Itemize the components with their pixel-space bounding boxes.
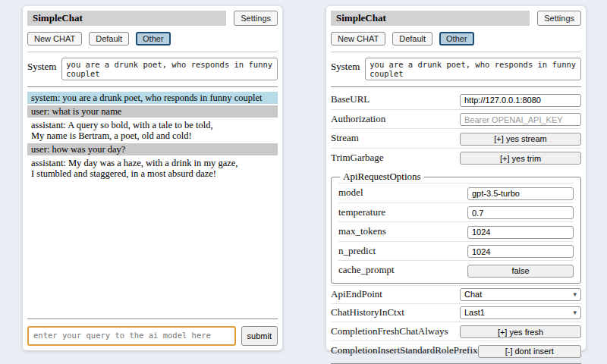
input-divider	[27, 318, 278, 319]
chat-divider	[27, 86, 278, 87]
chat-message-user: user: what is your name	[27, 105, 278, 118]
baseurl-input[interactable]	[460, 94, 581, 107]
n-predict-input[interactable]	[467, 245, 574, 258]
completion-fresh-label: CompletionFreshChatAlways	[331, 325, 448, 337]
query-input[interactable]	[27, 326, 236, 346]
system-prompt-row: System you are a drunk poet, who respond…	[331, 58, 581, 80]
chat-message-list[interactable]: system: you are a drunk poet, who respon…	[27, 92, 278, 315]
chat-message-system: system: you are a drunk poet, who respon…	[27, 92, 278, 104]
apiendpoint-selected-value: Chat	[464, 290, 482, 299]
system-prompt-input[interactable]: you are a drunk poet, who responds in fu…	[365, 58, 581, 80]
authorization-label: Authorization	[331, 113, 385, 125]
new-chat-button[interactable]: New CHAT	[27, 32, 82, 46]
apiendpoint-label: ApiEndPoint	[331, 288, 382, 300]
setting-row-cache-prompt: cache_prompt false	[338, 260, 574, 280]
app-title: SimpleChat	[27, 11, 226, 26]
stream-toggle-button[interactable]: [+] yes stream	[460, 133, 581, 146]
session-toolbar: New CHAT Default Other	[27, 32, 278, 46]
cache-prompt-label: cache_prompt	[338, 264, 395, 276]
setting-row-chathistory: ChatHistoryInCtxt Last1 ▾	[331, 303, 581, 322]
system-label: System	[331, 58, 360, 73]
chathistory-select[interactable]: Last1 ▾	[460, 306, 581, 319]
api-request-options-legend: ApiRequestOptions	[340, 171, 424, 183]
setting-row-baseurl: BaseURL	[331, 90, 581, 109]
trimgarbage-toggle-button[interactable]: [+] yes trim	[460, 152, 581, 165]
chevron-down-icon: ▾	[573, 309, 577, 316]
completion-insert-label: CompletionInsertStandardRolePrefix	[331, 344, 478, 356]
chat-message-assistant: assistant: My day was a haze, with a dri…	[27, 157, 278, 180]
setting-row-n-predict: n_predict	[338, 241, 574, 261]
setting-row-max-tokens: max_tokens	[338, 221, 574, 241]
app-header: SimpleChat Settings	[27, 11, 278, 26]
chat-message-assistant: assistant: A query so bold, with a tale …	[27, 119, 278, 142]
input-divider	[331, 363, 581, 364]
temperature-label: temperature	[338, 206, 385, 218]
api-request-options-fieldset: ApiRequestOptions model temperature max_…	[331, 171, 581, 284]
chathistory-selected-value: Last1	[464, 308, 485, 317]
chat-message-user: user: how was your day?	[27, 143, 278, 155]
setting-row-stream: Stream [+] yes stream	[331, 128, 581, 148]
authorization-input[interactable]	[460, 113, 581, 126]
completion-insert-toggle-button[interactable]: [-] dont insert	[478, 345, 581, 358]
baseurl-label: BaseURL	[331, 93, 370, 105]
setting-row-completion-insert: CompletionInsertStandardRolePrefix [-] d…	[331, 340, 581, 360]
session-tab-default[interactable]: Default	[392, 32, 432, 46]
system-label: System	[27, 58, 56, 73]
setting-row-temperature: temperature	[338, 202, 574, 222]
trimgarbage-label: TrimGarbage	[331, 152, 384, 164]
chathistory-label: ChatHistoryInCtxt	[331, 306, 404, 318]
app-header: SimpleChat Settings	[331, 11, 581, 26]
setting-row-authorization: Authorization	[331, 109, 581, 129]
session-tab-default[interactable]: Default	[89, 32, 129, 46]
session-tab-other[interactable]: Other	[439, 32, 474, 46]
max-tokens-label: max_tokens	[338, 225, 386, 237]
setting-row-completion-fresh: CompletionFreshChatAlways [+] yes fresh	[331, 322, 581, 341]
chat-panel: SimpleChat Settings New CHAT Default Oth…	[23, 6, 282, 350]
chevron-down-icon: ▾	[573, 291, 577, 298]
temperature-input[interactable]	[467, 206, 574, 219]
completion-fresh-toggle-button[interactable]: [+] yes fresh	[460, 325, 581, 338]
toolbar-divider	[27, 52, 278, 52]
cache-prompt-toggle-button[interactable]: false	[467, 265, 574, 278]
setting-row-trimgarbage: TrimGarbage [+] yes trim	[331, 148, 581, 168]
model-label: model	[338, 187, 363, 199]
new-chat-button[interactable]: New CHAT	[331, 32, 385, 46]
submit-button[interactable]: submit	[241, 326, 278, 346]
settings-form: BaseURL Authorization Stream [+] yes str…	[331, 90, 581, 360]
session-toolbar: New CHAT Default Other	[331, 32, 581, 46]
toolbar-divider	[331, 52, 581, 52]
session-tab-other[interactable]: Other	[136, 32, 171, 46]
settings-panel: SimpleChat Settings New CHAT Default Oth…	[326, 6, 586, 350]
stream-label: Stream	[331, 132, 359, 144]
setting-row-model: model	[338, 183, 574, 202]
app-title: SimpleChat	[331, 11, 530, 26]
system-prompt-row: System you are a drunk poet, who respond…	[27, 58, 278, 80]
model-input[interactable]	[467, 187, 574, 200]
apiendpoint-select[interactable]: Chat ▾	[460, 288, 581, 301]
settings-button[interactable]: Settings	[234, 11, 278, 26]
system-prompt-input[interactable]: you are a drunk poet, who responds in fu…	[61, 58, 278, 80]
n-predict-label: n_predict	[338, 245, 376, 257]
query-row: submit	[27, 326, 278, 346]
setting-row-apiendpoint: ApiEndPoint Chat ▾	[331, 285, 581, 303]
max-tokens-input[interactable]	[467, 226, 574, 239]
settings-button[interactable]: Settings	[537, 11, 581, 26]
settings-divider	[331, 86, 581, 87]
